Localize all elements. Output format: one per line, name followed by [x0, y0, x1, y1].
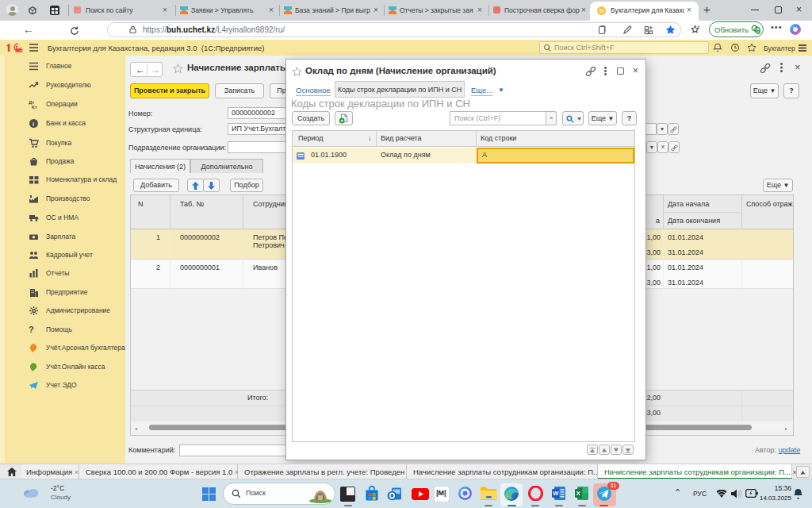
svg-text:Кт: Кт [32, 105, 37, 110]
svg-text:i: i [33, 121, 34, 128]
svg-text:W: W [553, 490, 559, 497]
svg-text:X: X [576, 490, 581, 497]
